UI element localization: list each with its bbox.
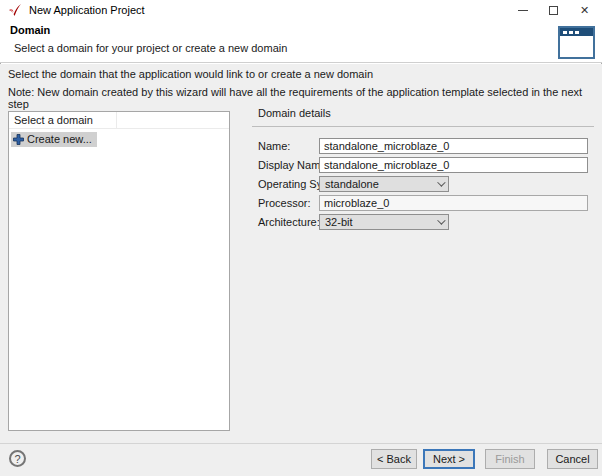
wizard-page-subtitle: Select a domain for your project or crea… — [14, 42, 287, 54]
title-bar: New Application Project ✕ — [0, 0, 602, 20]
cancel-button[interactable]: Cancel — [547, 449, 598, 469]
name-label: Name: — [258, 140, 290, 152]
finish-button[interactable]: Finish — [485, 449, 535, 469]
operating-system-value: standalone — [325, 178, 379, 190]
maximize-icon — [549, 6, 558, 15]
minimize-button[interactable] — [507, 0, 538, 20]
list-item-create-new[interactable]: Create new... — [11, 132, 97, 147]
instruction-text: Select the domain that the application w… — [8, 68, 373, 80]
window-title: New Application Project — [29, 4, 145, 16]
list-item-label: Create new... — [27, 133, 92, 145]
xilinx-logo-icon — [8, 3, 22, 17]
processor-label: Processor: — [258, 197, 311, 209]
help-icon: ? — [14, 453, 20, 465]
details-separator — [252, 126, 594, 127]
display-name-field[interactable] — [319, 157, 588, 173]
wizard-banner: Domain Select a domain for your project … — [0, 20, 602, 63]
architecture-dropdown[interactable]: 32-bit — [319, 214, 449, 230]
domain-list-header: Select a domain — [9, 112, 229, 129]
wizard-page-title: Domain — [10, 24, 50, 36]
operating-system-dropdown[interactable]: standalone — [319, 176, 449, 192]
domain-details-title: Domain details — [258, 107, 331, 119]
processor-field[interactable] — [319, 195, 588, 211]
architecture-value: 32-bit — [325, 216, 353, 228]
minimize-icon — [518, 10, 528, 11]
domain-list: Select a domain Create new... — [8, 111, 230, 431]
chevron-down-icon — [437, 178, 445, 186]
maximize-button[interactable] — [538, 0, 569, 20]
chevron-down-icon — [437, 216, 445, 224]
help-button[interactable]: ? — [9, 450, 26, 467]
button-bar: ? < Back Next > Finish Cancel — [0, 444, 602, 476]
plus-icon — [13, 134, 24, 145]
name-field[interactable] — [319, 138, 588, 154]
new-application-project-dialog: New Application Project ✕ Domain Select … — [0, 0, 602, 476]
wizard-body: Select the domain that the application w… — [0, 64, 602, 443]
close-button[interactable]: ✕ — [569, 0, 600, 20]
next-button[interactable]: Next > — [423, 449, 475, 469]
new-window-icon — [558, 26, 595, 59]
architecture-label: Architecture: — [258, 216, 320, 228]
back-button[interactable]: < Back — [371, 449, 417, 469]
close-icon: ✕ — [580, 5, 589, 16]
